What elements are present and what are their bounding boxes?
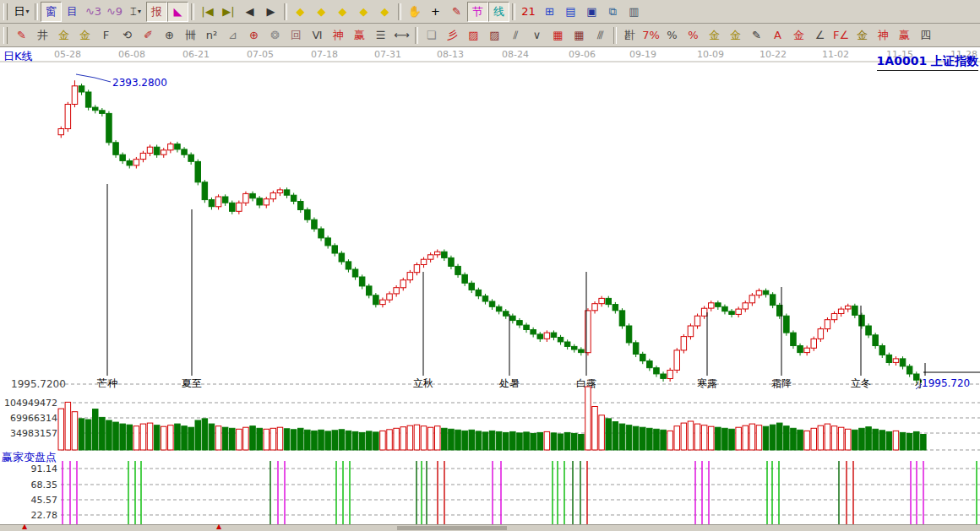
ruler-123-icon[interactable]: ☰: [370, 25, 391, 46]
kline-view-icon[interactable]: 窗: [41, 2, 62, 22]
bao-report-icon[interactable]: 报: [146, 2, 167, 22]
icon-glyph: 金: [709, 30, 720, 41]
gold-red-icon[interactable]: 金: [788, 25, 809, 46]
calendar-21-icon[interactable]: 21: [518, 2, 539, 22]
shen-angle-icon[interactable]: 神: [873, 25, 894, 46]
zoom-expand-icon[interactable]: ◆: [332, 2, 353, 22]
toolbar-row-2: ✎井金金F⟲✐⊕卌n²⊿⊕❂回Ⅵ神赢☰⟷❏彡▨▨⫽∨▦▦⫻卙7%%%金金✎A金∠…: [0, 24, 980, 47]
ying-icon[interactable]: 赢: [349, 25, 370, 46]
save-icon[interactable]: ▣: [581, 2, 602, 22]
spiral-icon[interactable]: ⟲: [117, 25, 138, 46]
notes-icon[interactable]: ▤: [560, 2, 581, 22]
rings-icon[interactable]: ❂: [264, 25, 286, 46]
brush-icon[interactable]: ✎: [11, 25, 32, 46]
circle-grid-icon[interactable]: ⊕: [159, 25, 180, 46]
icon-glyph: 卌: [185, 30, 196, 41]
date-tick-label: 09-06: [569, 49, 596, 60]
icon-glyph: ☰: [376, 30, 386, 41]
icon-glyph: 目: [67, 6, 78, 17]
f-grid-icon[interactable]: F: [95, 25, 117, 46]
gold-angle-icon[interactable]: 金: [852, 25, 873, 46]
volume-pane[interactable]: [0, 387, 980, 450]
circle-cross-icon[interactable]: ⊕: [243, 25, 264, 46]
zoom-left-icon[interactable]: ◆: [290, 2, 311, 22]
next-bar-icon[interactable]: ▶: [260, 2, 281, 22]
shen-icon[interactable]: 神: [328, 25, 349, 46]
xian-tool-icon[interactable]: 线: [488, 2, 509, 22]
hatch-box2-icon[interactable]: ▨: [484, 25, 505, 46]
symbol-title[interactable]: 1A0001 上证指数: [877, 54, 978, 71]
zoom-reset-icon[interactable]: ◆: [374, 2, 395, 22]
red-grid-icon[interactable]: ▦: [547, 25, 569, 46]
gold-grid-icon[interactable]: 金: [53, 25, 74, 46]
icon-glyph: ▶: [267, 6, 275, 17]
angle-ruler-icon[interactable]: ⊿: [222, 25, 243, 46]
percent-lines-icon[interactable]: %: [683, 25, 704, 46]
n2-grid-icon[interactable]: n²: [201, 25, 222, 46]
transfer-icon[interactable]: ▥: [623, 2, 645, 22]
box-select-icon[interactable]: ❏: [421, 25, 442, 46]
pin-line-icon[interactable]: ✎: [446, 2, 467, 22]
last-bar-icon[interactable]: ▶|: [218, 2, 239, 22]
first-bar-icon[interactable]: |◀: [197, 2, 218, 22]
nested-box-icon[interactable]: 回: [286, 25, 307, 46]
gold-lines-icon[interactable]: 金: [725, 25, 746, 46]
horizontal-scrollbar[interactable]: ▲ ▲: [0, 524, 980, 531]
prev-bar-icon[interactable]: ◀: [239, 2, 260, 22]
toolbar-grip[interactable]: [3, 3, 8, 20]
zoom-right-icon[interactable]: ◆: [311, 2, 332, 22]
span-arrows-icon[interactable]: ⟷: [391, 25, 412, 46]
indicator-pane[interactable]: [0, 460, 980, 525]
trend-lines-icon[interactable]: ⫽: [505, 25, 526, 46]
period-day-dropdown[interactable]: 日▾: [11, 2, 32, 22]
f-angle-icon[interactable]: F∠: [830, 25, 852, 46]
dropdown-arrow-icon: ▾: [25, 8, 29, 15]
hand-tool-icon[interactable]: ✋: [404, 2, 425, 22]
date-tick-label: 07-18: [311, 49, 338, 60]
grid-icon[interactable]: 井: [32, 25, 53, 46]
jie-tool-icon[interactable]: 节: [467, 2, 488, 22]
percent7-icon[interactable]: 7%: [640, 25, 662, 46]
ink-brush-icon[interactable]: ✎: [746, 25, 767, 46]
date-tick-label: 10-09: [697, 49, 724, 60]
zoom-compress-icon[interactable]: ◆: [353, 2, 374, 22]
fan-lines-icon[interactable]: 彡: [442, 25, 463, 46]
gold-circle-icon[interactable]: 金: [704, 25, 725, 46]
gold-grid2-icon[interactable]: 金: [74, 25, 95, 46]
icon-glyph: ✎: [452, 6, 461, 17]
icon-glyph: 金: [79, 30, 90, 41]
color-triangle-icon[interactable]: ◣: [167, 2, 188, 22]
scrollbar-thumb[interactable]: [397, 526, 507, 530]
wave-9-icon[interactable]: ∿9: [104, 2, 125, 22]
vi-mark-icon[interactable]: Ⅵ: [307, 25, 328, 46]
angle-line-icon[interactable]: ∠: [809, 25, 830, 46]
toolbar-grip[interactable]: [3, 27, 8, 44]
icon-glyph: ⊿: [228, 30, 237, 41]
kline-pane[interactable]: [0, 62, 980, 384]
toolbar-separator: [415, 27, 418, 44]
crosshair-tool-icon[interactable]: +: [425, 2, 446, 22]
brush-grid-icon[interactable]: ✐: [138, 25, 159, 46]
ying-angle-icon[interactable]: 赢: [894, 25, 915, 46]
icon-glyph: ◆: [297, 6, 305, 17]
a-wave-icon[interactable]: A: [767, 25, 788, 46]
icon-glyph: ∠: [815, 30, 825, 41]
hatch-box-icon[interactable]: ▨: [463, 25, 484, 46]
si-angle-icon[interactable]: 四: [915, 25, 936, 46]
red-grid2-icon[interactable]: ▦: [569, 25, 590, 46]
wave-3-icon[interactable]: ∿3: [83, 2, 104, 22]
slash3-icon[interactable]: ⫻: [590, 25, 611, 46]
percent-icon[interactable]: %: [662, 25, 683, 46]
dense-grid-icon[interactable]: 卌: [180, 25, 201, 46]
measure-icon[interactable]: 卙: [619, 25, 640, 46]
multi-window-icon[interactable]: ⧉: [602, 2, 623, 22]
date-tick-label: 06-08: [118, 49, 145, 60]
icon-glyph: ✎: [17, 30, 26, 41]
calculator-icon[interactable]: ⊞: [539, 2, 560, 22]
kline-period-label: 日K线: [3, 49, 33, 64]
candle-type-dropdown[interactable]: ⌶▾: [125, 2, 146, 22]
v-wave-icon[interactable]: ∨: [526, 25, 547, 46]
icon-glyph: |◀: [201, 6, 213, 17]
low-price-label-left: 1995.7200: [11, 378, 66, 390]
quote-view-icon[interactable]: 目: [62, 2, 83, 22]
